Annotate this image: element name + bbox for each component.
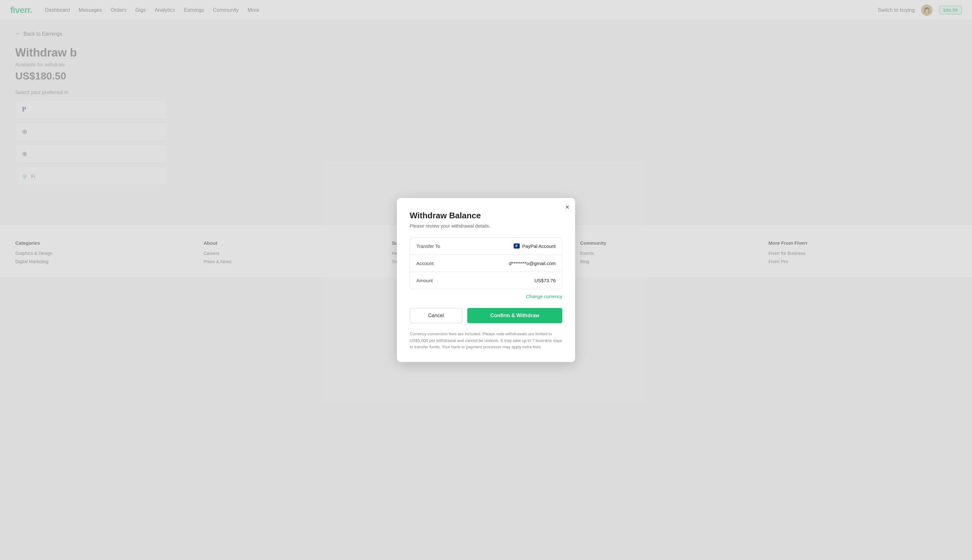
transfer-to-row: Transfer To P PayPal Account <box>410 238 562 255</box>
modal-close-button[interactable]: × <box>565 204 570 211</box>
amount-row: Amount US$73.76 <box>410 272 562 289</box>
modal-overlay: × Withdraw Balance Please review your wi… <box>0 0 972 560</box>
paypal-logo-icon: P <box>514 243 520 248</box>
account-row: Account d********o@gmail.com <box>410 255 562 272</box>
withdrawal-details-table: Transfer To P PayPal Account Account d**… <box>410 237 562 289</box>
confirm-withdraw-button[interactable]: Confirm & Withdraw <box>467 308 562 323</box>
transfer-to-value: P PayPal Account <box>514 243 556 249</box>
withdraw-modal: × Withdraw Balance Please review your wi… <box>397 198 575 362</box>
disclaimer-text: Currency conversion fees are included. P… <box>410 331 562 350</box>
cancel-button[interactable]: Cancel <box>410 308 462 323</box>
modal-subtitle: Please review your withdrawal details. <box>410 223 562 228</box>
account-value: d********o@gmail.com <box>509 261 556 266</box>
modal-title: Withdraw Balance <box>410 211 562 220</box>
amount-label: Amount <box>416 278 433 283</box>
amount-value: US$73.76 <box>534 278 556 283</box>
account-label: Account <box>416 261 434 266</box>
modal-actions: Cancel Confirm & Withdraw <box>410 308 562 323</box>
transfer-to-label: Transfer To <box>416 243 440 249</box>
change-currency-link[interactable]: Change currency <box>410 294 562 299</box>
